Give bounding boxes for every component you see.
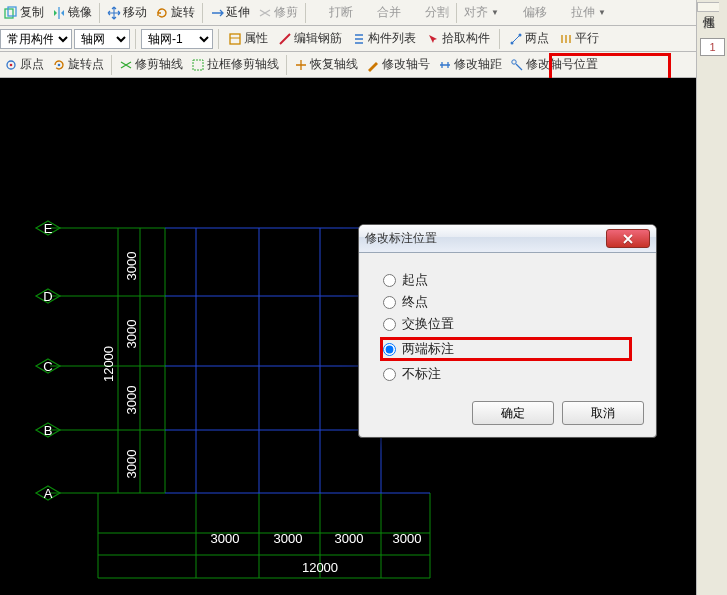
component-list-button[interactable]: 构件列表 bbox=[348, 29, 420, 48]
pick-component-button[interactable]: 拾取构件 bbox=[422, 29, 494, 48]
rotation-point-button[interactable]: 旋转点 bbox=[48, 55, 108, 74]
dialog-titlebar[interactable]: 修改标注位置 bbox=[359, 225, 656, 253]
svg-text:12000: 12000 bbox=[302, 560, 338, 575]
svg-point-9 bbox=[512, 59, 516, 63]
svg-point-6 bbox=[10, 63, 13, 66]
origin-button[interactable]: 原点 bbox=[0, 55, 48, 74]
mirror-button[interactable]: 镜像 bbox=[48, 3, 96, 22]
category-select[interactable]: 常用构件 bbox=[0, 29, 72, 49]
extend-button[interactable]: 延伸 bbox=[206, 3, 254, 22]
axis-label-e: E bbox=[44, 221, 53, 236]
dialog-edit-label-position: 修改标注位置 起点 终点 交换位置 两端标注 不标注 确定 取消 bbox=[358, 224, 657, 438]
toolbar-component: 常用构件 轴网 轴网-1 属性 编辑钢筋 构件列表 拾取构件 两点 平行 bbox=[0, 26, 727, 52]
parallel-button[interactable]: 平行 bbox=[555, 29, 603, 48]
ok-button[interactable]: 确定 bbox=[472, 401, 554, 425]
trim-axis-button[interactable]: 修剪轴线 bbox=[115, 55, 187, 74]
cancel-button[interactable]: 取消 bbox=[562, 401, 644, 425]
stretch-button: 拉伸▼ bbox=[551, 3, 610, 22]
svg-text:3000: 3000 bbox=[211, 531, 240, 546]
type-select[interactable]: 轴网 bbox=[74, 29, 130, 49]
svg-text:3000: 3000 bbox=[124, 320, 139, 349]
axis-label-a: A bbox=[44, 486, 53, 501]
svg-point-7 bbox=[58, 63, 61, 66]
right-panel: 属性 1 bbox=[696, 0, 727, 595]
option-swap[interactable]: 交换位置 bbox=[383, 315, 632, 333]
axis-label-d: D bbox=[43, 289, 52, 304]
dialog-footer: 确定 取消 bbox=[359, 395, 656, 437]
svg-text:12000: 12000 bbox=[101, 346, 116, 382]
dialog-body: 起点 终点 交换位置 两端标注 不标注 bbox=[359, 253, 656, 395]
edit-axis-distance-button[interactable]: 修改轴距 bbox=[434, 55, 506, 74]
restore-axis-button[interactable]: 恢复轴线 bbox=[290, 55, 362, 74]
option-both[interactable]: 两端标注 bbox=[380, 337, 632, 361]
svg-text:3000: 3000 bbox=[124, 252, 139, 281]
instance-select[interactable]: 轴网-1 bbox=[141, 29, 213, 49]
svg-rect-2 bbox=[230, 34, 240, 44]
option-end[interactable]: 终点 bbox=[383, 293, 632, 311]
axis-label-c: C bbox=[43, 359, 52, 374]
move-button[interactable]: 移动 bbox=[103, 3, 151, 22]
right-cell[interactable]: 1 bbox=[700, 38, 725, 56]
dialog-title-text: 修改标注位置 bbox=[365, 230, 437, 247]
properties-button[interactable]: 属性 bbox=[224, 29, 272, 48]
svg-rect-8 bbox=[193, 60, 203, 70]
two-point-button[interactable]: 两点 bbox=[505, 29, 553, 48]
svg-text:3000: 3000 bbox=[393, 531, 422, 546]
toolbar-edit: 复制 镜像 移动 旋转 延伸 修剪 打断 合并 分割 对齐▼ 偏移 拉伸▼ bbox=[0, 0, 727, 26]
svg-text:3000: 3000 bbox=[274, 531, 303, 546]
merge-button: 合并 bbox=[357, 3, 405, 22]
copy-button[interactable]: 复制 bbox=[0, 3, 48, 22]
box-trim-axis-button[interactable]: 拉框修剪轴线 bbox=[187, 55, 283, 74]
axis-label-b: B bbox=[44, 423, 53, 438]
edit-axis-number-button[interactable]: 修改轴号 bbox=[362, 55, 434, 74]
split-button: 分割 bbox=[405, 3, 453, 22]
rotate-button[interactable]: 旋转 bbox=[151, 3, 199, 22]
break-button: 打断 bbox=[309, 3, 357, 22]
trim-button: 修剪 bbox=[254, 3, 302, 22]
align-button: 对齐▼ bbox=[460, 3, 503, 22]
svg-text:3000: 3000 bbox=[124, 386, 139, 415]
option-start[interactable]: 起点 bbox=[383, 271, 632, 289]
option-none[interactable]: 不标注 bbox=[383, 365, 632, 383]
dialog-close-button[interactable] bbox=[606, 229, 650, 248]
edit-rebar-button[interactable]: 编辑钢筋 bbox=[274, 29, 346, 48]
svg-text:3000: 3000 bbox=[335, 531, 364, 546]
offset-button: 偏移 bbox=[503, 3, 551, 22]
svg-text:3000: 3000 bbox=[124, 450, 139, 479]
right-tab-properties[interactable]: 属性 bbox=[697, 2, 719, 12]
